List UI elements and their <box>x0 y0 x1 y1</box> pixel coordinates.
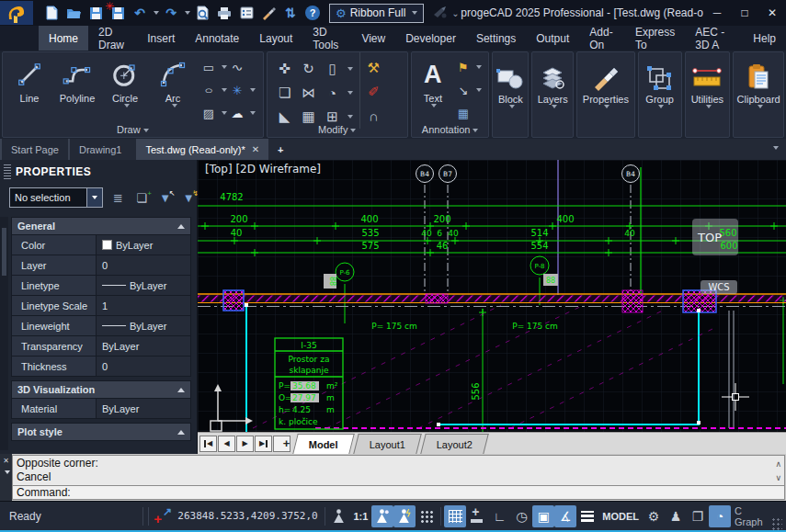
close-button[interactable]: ✕ <box>758 2 786 24</box>
circle-button[interactable]: Circle <box>102 56 148 122</box>
panel-group[interactable]: Group <box>638 51 682 138</box>
lineweight-toggle-icon[interactable] <box>576 505 598 527</box>
text-dropdown-icon[interactable] <box>431 104 437 108</box>
trim-tool-icon[interactable]: ▯ <box>328 61 336 77</box>
viewport-controls[interactable]: [Top] [2D Wireframe] <box>205 163 321 175</box>
prev-tab-button[interactable]: ◀ <box>218 436 235 452</box>
scroll-down-icon[interactable]: ∨ <box>775 471 781 485</box>
annotation-visibility-icon[interactable] <box>371 505 393 527</box>
tab-settings[interactable]: Settings <box>466 26 526 51</box>
drawing-canvas[interactable]: 4782 200 400 200 400 40 535 40 6 40 514 … <box>198 160 786 432</box>
tab-2d-draw[interactable]: 2D Draw <box>88 26 137 51</box>
undo-dropdown[interactable] <box>151 9 160 17</box>
properties-dropdown-icon[interactable] <box>604 105 609 108</box>
tab-insert[interactable]: Insert <box>137 26 185 51</box>
print-preview-icon[interactable] <box>191 3 213 23</box>
tab-aec-3d[interactable]: AEC - 3D A <box>685 26 743 51</box>
quick-select-icon[interactable]: ≣ <box>110 191 127 205</box>
revcloud-tool-icon[interactable]: ☁ <box>228 104 246 122</box>
line-button[interactable]: Line <box>6 56 52 122</box>
redo-dropdown[interactable] <box>182 9 191 17</box>
first-tab-button[interactable]: ◀ <box>199 436 217 452</box>
coordinates-readout[interactable]: 263848.5233,4209.3752,0 <box>174 510 321 522</box>
prop-row-layer[interactable]: Layer 0 <box>11 255 191 276</box>
section-plot-style[interactable]: Plot style <box>11 423 191 441</box>
mirror-tool-icon[interactable]: ⋈ <box>302 85 315 101</box>
polar-toggle-icon[interactable]: ◷ <box>510 505 532 527</box>
clipboard-dropdown-icon[interactable] <box>758 105 763 108</box>
last-tab-button[interactable]: ▶ <box>255 436 272 452</box>
tab-model[interactable]: Model <box>292 434 354 454</box>
tab-output[interactable]: Output <box>526 26 579 51</box>
ortho-toggle-icon[interactable]: ∟ <box>488 505 510 527</box>
erase-tool-icon[interactable]: ✐ <box>368 82 380 102</box>
layers-dropdown-icon[interactable] <box>552 105 557 108</box>
coords-icon[interactable]: +↗ <box>152 505 174 527</box>
ribbon-mode-selector[interactable]: ⚙ Ribbon Full <box>329 4 424 23</box>
doc-tab-test-dwg[interactable]: Test.dwg (Read-only)* ✕ <box>136 139 268 160</box>
circle-dropdown-icon[interactable] <box>124 104 130 108</box>
chamfer-tool-icon[interactable]: ◣ <box>279 108 290 125</box>
point-dropdown-icon[interactable] <box>250 88 256 92</box>
spline-tool-icon[interactable]: ∿ <box>226 60 249 74</box>
panel-clipboard[interactable]: Clipboard <box>733 51 784 138</box>
panel-block[interactable]: Block <box>492 51 529 138</box>
command-history[interactable]: Opposite corner: Cancel ∧ ∨ <box>12 455 785 486</box>
palette-scrollbar[interactable] <box>0 217 8 450</box>
tab-view[interactable]: View <box>351 26 395 51</box>
app-logo-icon[interactable] <box>0 1 33 25</box>
minimize-button[interactable]: ─ <box>703 2 731 24</box>
etrack-toggle-icon[interactable]: ∡ <box>554 505 576 527</box>
new-layout-button[interactable]: + <box>273 436 290 452</box>
ellipse-dropdown-icon[interactable] <box>222 88 227 92</box>
match-properties-icon[interactable]: ⚒ <box>368 58 380 78</box>
settings-gear-icon[interactable]: ⚙ <box>643 505 665 527</box>
doc-tab-drawing1[interactable]: Drawing1 <box>68 139 131 160</box>
undo-icon[interactable]: ↶ <box>129 3 151 23</box>
copy-tool-icon[interactable]: ❏ <box>279 85 290 101</box>
palette-grip[interactable] <box>4 164 11 179</box>
annotation-scale-icon[interactable] <box>328 505 350 527</box>
panel-annotation-label[interactable]: Annotation <box>412 124 489 135</box>
panel-properties[interactable]: Properties <box>576 51 635 138</box>
clean-screen-icon[interactable] <box>257 3 279 23</box>
open-file-icon[interactable] <box>63 3 85 23</box>
render-tool-icon[interactable] <box>429 3 451 23</box>
annotation-monitor-icon[interactable]: ♟ <box>665 505 687 527</box>
panel-utilities[interactable]: Utilities <box>685 51 731 138</box>
command-input[interactable]: Command: <box>12 486 785 500</box>
prop-row-material[interactable]: Material ByLayer <box>11 399 191 419</box>
arc-dropdown-icon[interactable] <box>172 104 177 108</box>
prop-row-lineweight[interactable]: Lineweight ByLayer <box>11 316 191 336</box>
fillet-dropdown-icon[interactable] <box>347 91 353 95</box>
tab-3d-tools[interactable]: 3D Tools <box>302 26 351 51</box>
save-all-icon[interactable]: ✳ <box>107 3 129 23</box>
tab-add-on[interactable]: Add-On <box>579 26 625 51</box>
hatch-dropdown-icon[interactable] <box>222 111 227 115</box>
panel-layers[interactable]: Layers <box>531 51 574 138</box>
leader-tool-icon[interactable]: ↘ <box>454 81 473 99</box>
tab-annotate[interactable]: Annotate <box>185 26 249 51</box>
doc-tab-close-icon[interactable]: ✕ <box>252 144 259 154</box>
maximize-button[interactable]: □ <box>731 2 758 24</box>
quick-view-icon[interactable]: ❐ <box>687 505 709 527</box>
explode-dropdown-icon[interactable] <box>347 115 353 119</box>
tab-layout2[interactable]: Layout2 <box>420 434 489 454</box>
explode-tool-icon[interactable]: ⊞ <box>326 108 338 125</box>
utilities-dropdown-icon[interactable] <box>706 105 712 108</box>
sync-icon[interactable]: ⇅ <box>279 3 302 23</box>
section-general[interactable]: General <box>11 217 191 235</box>
auto-annotation-icon[interactable] <box>393 505 416 527</box>
toggle-pickadd-icon[interactable]: ▼↯ <box>180 191 197 205</box>
prop-row-linetype[interactable]: Linetype ByLayer <box>11 276 191 296</box>
add-selection-icon[interactable]: ❏+ <box>133 191 150 205</box>
prop-row-color[interactable]: Color ByLayer <box>11 235 191 255</box>
trim-dropdown-icon[interactable] <box>347 67 353 71</box>
text-button[interactable]: A Text <box>417 56 449 122</box>
resize-grip[interactable] <box>771 517 782 530</box>
ellipse-tool-icon[interactable]: ○ <box>198 83 221 97</box>
column-block[interactable] <box>223 290 244 311</box>
toolbar-overflow-icon[interactable]: ⌄ <box>451 8 461 18</box>
group-dropdown-icon[interactable] <box>658 105 664 108</box>
selection-filter-combobox[interactable]: No selection <box>9 187 103 208</box>
